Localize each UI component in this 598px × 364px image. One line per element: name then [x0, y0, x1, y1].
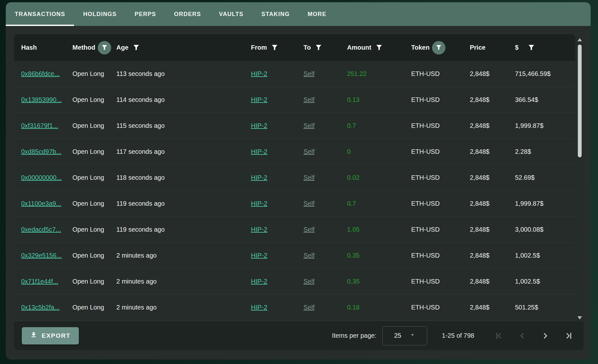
filter-icon[interactable]: [375, 44, 383, 52]
chevron-down-icon: [410, 332, 415, 339]
method-cell: Open Long: [72, 122, 116, 129]
hash-link[interactable]: 0xd85cd97b...: [21, 148, 72, 155]
amount-cell: 0: [347, 148, 411, 155]
tab-bar: TRANSACTIONSHOLDINGSPERPSORDERSVAULTSSTA…: [6, 2, 591, 26]
hash-link[interactable]: 0x13853990...: [21, 96, 72, 103]
first-page-icon[interactable]: [492, 329, 505, 342]
tab-transactions[interactable]: TRANSACTIONS: [6, 2, 74, 26]
transactions-table-card: HashMethodAgeFromToAmountTokenPrice$ 0x8…: [14, 34, 584, 350]
column-label: Age: [116, 44, 129, 51]
column-label: Hash: [21, 44, 37, 51]
to-link[interactable]: Self: [303, 304, 347, 311]
from-link[interactable]: HIP-2: [251, 278, 303, 285]
tab-more[interactable]: MORE: [299, 2, 336, 26]
table-row: 0x71f1e44f...Open Long2 minutes agoHIP-2…: [14, 269, 575, 294]
tab-vaults[interactable]: VAULTS: [210, 2, 253, 26]
column-header-token: Token: [411, 41, 470, 54]
column-header-age: Age: [116, 44, 251, 52]
from-link[interactable]: HIP-2: [251, 304, 303, 311]
token-cell: ETH-USD: [411, 122, 470, 129]
tab-staking[interactable]: STAKING: [253, 2, 299, 26]
table-body: 0x86b6fdce...Open Long113 seconds agoHIP…: [14, 61, 584, 320]
table-row: 0xd85cd97b...Open Long117 seconds agoHIP…: [14, 139, 575, 165]
age-cell: 2 minutes ago: [116, 278, 251, 285]
hash-link[interactable]: 0x329e5156...: [21, 252, 72, 259]
scroll-down-icon[interactable]: [577, 316, 582, 319]
tab-orders[interactable]: ORDERS: [165, 2, 210, 26]
column-header-amount: Amount: [347, 44, 411, 52]
token-cell: ETH-USD: [411, 96, 470, 103]
from-link[interactable]: HIP-2: [251, 226, 303, 233]
to-link[interactable]: Self: [303, 200, 347, 207]
usd-cell: 1,002.5$: [515, 252, 575, 259]
hash-link[interactable]: 0x1100e3a9...: [21, 200, 72, 207]
chevron-left-icon[interactable]: [516, 329, 528, 342]
filter-icon[interactable]: [98, 41, 111, 54]
filter-icon[interactable]: [271, 44, 278, 52]
usd-cell: 52.69$: [515, 174, 575, 181]
usd-cell: 2.28$: [515, 148, 575, 155]
price-cell: 2,848$: [470, 200, 515, 207]
amount-cell: 1.05: [347, 226, 411, 233]
pagination: Items per page: 25 1-25 of 798: [332, 326, 575, 345]
from-link[interactable]: HIP-2: [251, 200, 303, 207]
amount-cell: 0.35: [347, 278, 411, 285]
to-link[interactable]: Self: [303, 252, 347, 259]
from-link[interactable]: HIP-2: [251, 122, 303, 129]
method-cell: Open Long: [72, 278, 116, 285]
hash-link[interactable]: 0x71f1e44f...: [21, 278, 72, 285]
from-link[interactable]: HIP-2: [251, 70, 303, 78]
to-link[interactable]: Self: [303, 174, 347, 181]
amount-cell: 0.7: [347, 200, 411, 207]
column-header-from: From: [251, 44, 303, 52]
hash-link[interactable]: 0x86b6fdce...: [21, 70, 72, 78]
token-cell: ETH-USD: [411, 278, 470, 285]
last-page-icon[interactable]: [562, 329, 575, 342]
scrollbar-thumb[interactable]: [578, 45, 582, 157]
price-cell: 2,848$: [470, 148, 515, 155]
to-link[interactable]: Self: [303, 226, 347, 233]
filter-icon[interactable]: [315, 44, 322, 52]
hash-link[interactable]: 0xf31679f1...: [21, 122, 72, 129]
from-link[interactable]: HIP-2: [251, 148, 303, 155]
to-link[interactable]: Self: [303, 70, 347, 78]
age-cell: 117 seconds ago: [116, 148, 251, 155]
column-label: Token: [411, 44, 429, 51]
table-scrollbar[interactable]: [577, 37, 582, 319]
items-per-page-select[interactable]: 25: [382, 326, 427, 345]
amount-cell: 0.7: [347, 122, 411, 129]
amount-cell: 251.22: [347, 70, 411, 78]
usd-cell: 501.25$: [515, 304, 575, 311]
to-link[interactable]: Self: [303, 122, 347, 129]
token-cell: ETH-USD: [411, 174, 470, 181]
chevron-right-icon[interactable]: [539, 329, 552, 342]
to-link[interactable]: Self: [303, 96, 347, 103]
filter-icon[interactable]: [527, 44, 535, 52]
token-cell: ETH-USD: [411, 148, 470, 155]
hash-link[interactable]: 0x13c5b2fa...: [21, 304, 72, 311]
from-link[interactable]: HIP-2: [251, 96, 303, 103]
age-cell: 2 minutes ago: [116, 252, 251, 259]
from-link[interactable]: HIP-2: [251, 174, 303, 181]
price-cell: 2,848$: [470, 252, 515, 259]
from-link[interactable]: HIP-2: [251, 252, 303, 259]
hash-link[interactable]: 0x00000000...: [21, 174, 72, 181]
scroll-up-icon[interactable]: [577, 38, 582, 41]
usd-cell: 1,002.5$: [515, 278, 575, 285]
price-cell: 2,848$: [470, 174, 515, 181]
to-link[interactable]: Self: [303, 148, 347, 155]
filter-icon[interactable]: [432, 41, 445, 54]
table-row: 0x00000000...Open Long118 seconds agoHIP…: [14, 165, 575, 191]
column-header-hash: Hash: [21, 44, 72, 51]
export-button[interactable]: EXPORT: [22, 327, 79, 344]
hash-link[interactable]: 0xedacd5c7...: [21, 226, 72, 233]
tab-holdings[interactable]: HOLDINGS: [74, 2, 126, 26]
filter-icon[interactable]: [132, 44, 140, 52]
table-row: 0xedacd5c7...Open Long119 seconds agoHIP…: [14, 217, 575, 243]
tab-perps[interactable]: PERPS: [126, 2, 165, 26]
price-cell: 2,848$: [470, 278, 515, 285]
to-link[interactable]: Self: [303, 278, 347, 285]
table-footer: EXPORT Items per page: 25 1-25 of 798: [14, 321, 584, 350]
table-row: 0x13853990...Open Long114 seconds agoHIP…: [14, 87, 575, 113]
column-label: Price: [470, 44, 486, 51]
